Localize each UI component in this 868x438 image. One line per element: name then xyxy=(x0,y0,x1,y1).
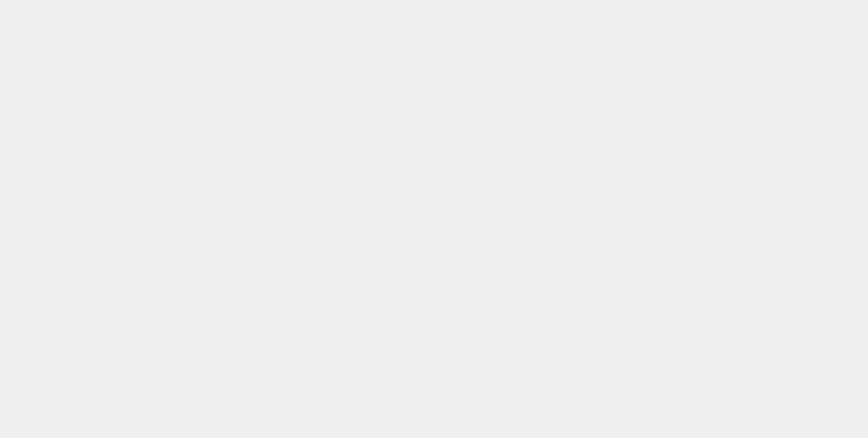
mt4-trading-platform: { "toolbar": { "new_order_label": "新订单",… xyxy=(0,0,868,438)
main-toolbar xyxy=(0,0,868,13)
chart-window[interactable] xyxy=(0,0,868,438)
